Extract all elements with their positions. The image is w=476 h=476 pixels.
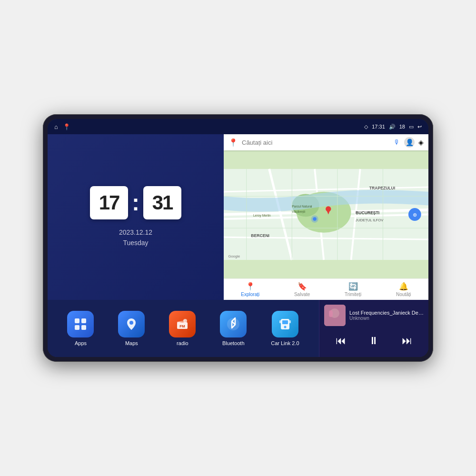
gps-icon: ◇ (364, 124, 368, 130)
music-play-pause-button[interactable]: ⏸ (367, 333, 381, 349)
svg-point-34 (129, 321, 133, 325)
explore-label: Explorați (241, 292, 259, 297)
svg-point-28 (313, 217, 317, 221)
app-icon-apps[interactable]: Apps (67, 311, 94, 346)
music-info: Lost Frequencies_Janieck Devy-... Unknow… (324, 305, 424, 326)
svg-rect-30 (75, 318, 79, 323)
maps-label: Maps (125, 340, 138, 346)
status-bar: ⌂ 📍 ◇ 17:31 🔊 18 ▭ ↩ (48, 119, 428, 134)
music-panel: Lost Frequencies_Janieck Devy-... Unknow… (319, 300, 428, 357)
svg-rect-41 (282, 320, 288, 324)
svg-text:Parcul Natural: Parcul Natural (292, 205, 312, 208)
music-controls: ⏮ ⏸ ⏭ (324, 331, 424, 351)
svg-text:JUDEȚUL ILFOV: JUDEȚUL ILFOV (356, 218, 384, 222)
svg-rect-33 (81, 325, 86, 330)
clock-date: 2023.12.12 Tuesday (119, 227, 152, 248)
app-icon-bluetooth[interactable]: Bluetooth (220, 311, 247, 346)
clock-minutes: 31 (143, 186, 181, 219)
music-title: Lost Frequencies_Janieck Devy-... (349, 310, 424, 316)
app-icon-radio[interactable]: FM radio (169, 311, 196, 346)
account-icon[interactable]: 👤 (404, 137, 415, 148)
clock-panel: 17 : 31 2023.12.12 Tuesday (48, 134, 224, 300)
music-next-button[interactable]: ⏭ (400, 333, 414, 349)
home-icon[interactable]: ⌂ (54, 123, 58, 130)
svg-text:TRAPEZULUI: TRAPEZULUI (369, 186, 395, 190)
battery-icon: ▭ (409, 124, 414, 130)
explore-icon: 📍 (246, 282, 255, 291)
volume-level: 18 (399, 124, 405, 129)
apps-panel: Apps Maps (48, 300, 319, 357)
main-content: 17 : 31 2023.12.12 Tuesday 📍 🎙 (48, 134, 428, 357)
svg-text:BUCUREȘTI: BUCUREȘTI (356, 211, 379, 216)
map-nav-send[interactable]: 🔄 Trimiteți (345, 282, 361, 297)
bluetooth-label: Bluetooth (222, 340, 244, 346)
svg-rect-32 (75, 325, 79, 330)
layers-icon[interactable]: ◈ (418, 139, 424, 146)
status-left-icons: ⌂ 📍 (54, 123, 70, 130)
status-right-info: ◇ 17:31 🔊 18 ▭ ↩ (364, 124, 422, 130)
radio-icon-img: FM (169, 311, 196, 337)
music-prev-button[interactable]: ⏮ (334, 333, 348, 349)
clock-separator: : (132, 186, 139, 219)
svg-text:FM: FM (180, 324, 186, 328)
clock-display: 17 : 31 (90, 186, 181, 219)
carlink-label: Car Link 2.0 (271, 340, 299, 346)
map-search-input[interactable] (242, 139, 390, 146)
device-screen: ⌂ 📍 ◇ 17:31 🔊 18 ▭ ↩ 17 : 31 (48, 119, 428, 357)
maps-icon-img (118, 311, 145, 337)
map-nav-saved[interactable]: 🔖 Salvate (294, 282, 310, 297)
car-display-device: ⌂ 📍 ◇ 17:31 🔊 18 ▭ ↩ 17 : 31 (43, 114, 433, 362)
top-section: 17 : 31 2023.12.12 Tuesday 📍 🎙 (48, 134, 428, 300)
map-area[interactable]: TRAPEZULUI BUCUREȘTI JUDEȚUL ILFOV BERCE… (224, 150, 428, 278)
svg-text:Văcărești: Văcărești (292, 210, 305, 214)
map-panel: 📍 🎙 👤 ◈ (224, 134, 428, 300)
map-search-bar: 📍 🎙 👤 ◈ (224, 134, 428, 150)
map-nav-news[interactable]: 🔔 Noutăți (396, 282, 411, 297)
clock-hours: 17 (90, 186, 128, 219)
maps-status-icon[interactable]: 📍 (63, 123, 70, 130)
svg-text:Leroy Merlin: Leroy Merlin (253, 214, 271, 218)
svg-rect-47 (329, 310, 333, 317)
svg-rect-31 (81, 318, 86, 323)
mic-icon[interactable]: 🎙 (394, 139, 400, 146)
bluetooth-icon-img (220, 311, 247, 337)
news-icon: 🔔 (399, 282, 408, 291)
app-icon-carlink[interactable]: Car Link 2.0 (271, 311, 299, 346)
carlink-icon-img (272, 311, 298, 337)
svg-text:Google: Google (228, 254, 240, 258)
saved-icon: 🔖 (298, 282, 307, 291)
app-icon-maps[interactable]: Maps (118, 311, 145, 346)
svg-text:BERCENI: BERCENI (251, 233, 269, 238)
radio-label: radio (177, 340, 188, 346)
music-thumbnail (324, 305, 346, 326)
music-artist: Unknown (349, 316, 424, 321)
map-nav-explore[interactable]: 📍 Explorați (241, 282, 259, 297)
saved-label: Salvate (294, 292, 310, 297)
svg-point-42 (284, 326, 286, 328)
map-bottom-nav: 📍 Explorați 🔖 Salvate 🔄 Trimiteți � (224, 278, 428, 300)
apps-icon-img (67, 311, 94, 337)
apps-label: Apps (75, 340, 87, 346)
map-pin-small-icon: 📍 (228, 138, 238, 147)
status-time: 17:31 (372, 124, 385, 129)
back-icon[interactable]: ↩ (417, 124, 422, 130)
send-icon: 🔄 (348, 282, 358, 291)
send-label: Trimiteți (345, 292, 361, 297)
svg-rect-43 (279, 320, 281, 323)
svg-text:⊕: ⊕ (413, 212, 417, 218)
svg-rect-44 (289, 320, 291, 323)
news-label: Noutăți (396, 292, 411, 297)
music-text: Lost Frequencies_Janieck Devy-... Unknow… (349, 310, 424, 321)
bottom-section: Apps Maps (48, 300, 428, 357)
volume-icon: 🔊 (389, 124, 396, 130)
